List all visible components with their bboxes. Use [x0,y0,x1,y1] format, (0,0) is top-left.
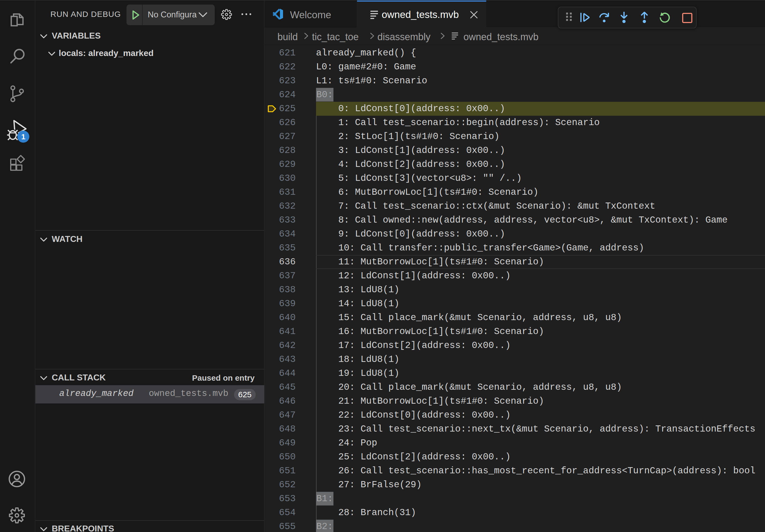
svg-text:1: 1 [21,133,25,141]
